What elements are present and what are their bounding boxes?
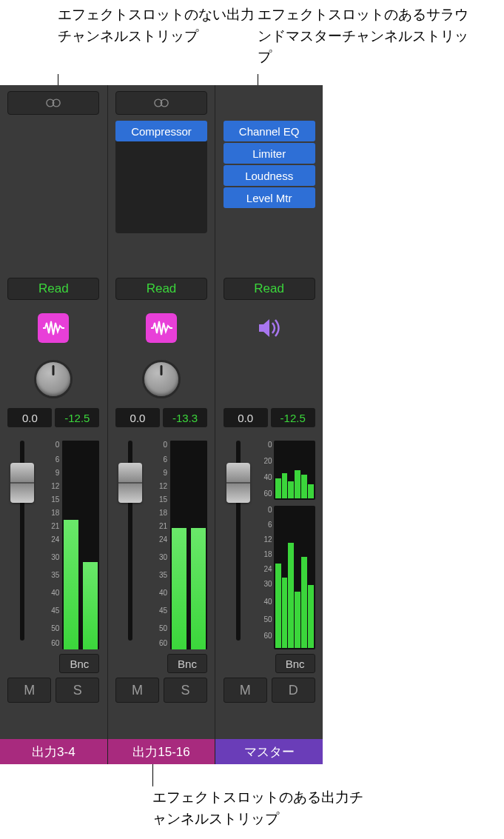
fader-track[interactable] [7,441,37,649]
effects-slots[interactable]: Compressor [115,121,207,233]
channel-setting-button[interactable] [115,91,207,115]
fader-cap[interactable] [118,463,142,503]
peak-value[interactable]: -12.5 [55,408,99,427]
fader-meter-section: 0 6 9 12 15 18 21 24 30 35 40 45 50 60 [115,441,207,649]
automation-mode-button[interactable]: Read [224,278,315,300]
surround-meter-upper: 0 20 40 60 [274,441,315,500]
volume-value[interactable]: 0.0 [7,408,52,427]
volume-value[interactable]: 0.0 [115,408,160,427]
level-meter [170,441,207,649]
level-meter [62,441,99,649]
fader-meter-section: 0 20 40 60 0 [224,441,315,649]
bounce-button[interactable]: Bnc [275,654,315,673]
channel-type-icon[interactable] [146,313,177,343]
bounce-button[interactable]: Bnc [167,654,207,673]
fader-cap[interactable] [10,463,34,503]
effects-slots[interactable] [7,121,99,233]
fader-track[interactable] [224,441,253,649]
stereo-icon [43,97,64,109]
effect-channel-eq[interactable]: Channel EQ [224,121,315,141]
mixer-panel: Read 0.0 -12.5 0 6 9 12 15 18 21 [0,85,323,764]
caption-top-right: エフェクトスロットのあるサラウンドマスターチャンネルストリップ [258,4,480,68]
peak-value[interactable]: -13.3 [163,408,207,427]
pan-knob[interactable] [34,360,73,398]
surround-meter-lower: 0 6 12 18 24 30 40 50 60 [274,506,315,649]
channel-master: Channel EQ Limiter Loudness Level Mtr Re… [215,85,323,764]
speaker-icon [255,313,284,343]
db-scale: 0 6 9 12 15 18 21 24 30 35 40 45 50 60 [145,441,169,649]
channel-name[interactable]: 出力3-4 [0,739,107,764]
db-scale: 0 6 9 12 15 18 21 24 30 35 40 45 50 60 [37,441,61,649]
fader-track[interactable] [115,441,145,649]
volume-value[interactable]: 0.0 [224,408,268,427]
automation-mode-button[interactable]: Read [115,278,207,300]
caption-line [152,764,153,786]
effects-slots[interactable]: Channel EQ Limiter Loudness Level Mtr [224,121,315,233]
bounce-button[interactable]: Bnc [59,654,99,673]
automation-mode-button[interactable]: Read [7,278,99,300]
effect-compressor[interactable]: Compressor [115,121,207,141]
peak-value[interactable]: -12.5 [271,408,315,427]
waveform-icon [150,320,172,336]
fader-meter-section: 0 6 9 12 15 18 21 24 30 35 40 45 50 60 [7,441,99,649]
channel-setting-button[interactable] [7,91,99,115]
mute-button[interactable]: M [224,678,267,703]
effect-loudness[interactable]: Loudness [224,165,315,186]
fader-cap[interactable] [226,463,250,503]
channel-output-3-4: Read 0.0 -12.5 0 6 9 12 15 18 21 [0,85,108,764]
mute-button[interactable]: M [115,678,159,703]
caption-top-left: エフェクトスロットのない出力チャンネルストリップ [58,4,258,47]
channel-name[interactable]: マスター [215,739,323,764]
pan-knob[interactable] [142,360,181,398]
dim-button[interactable]: D [272,678,315,703]
solo-button[interactable]: S [164,678,207,703]
waveform-icon [42,320,64,336]
solo-button[interactable]: S [56,678,99,703]
caption-bottom: エフェクトスロットのある出力チャンネルストリップ [152,787,374,829]
stereo-icon [151,97,172,109]
effect-limiter[interactable]: Limiter [224,143,315,164]
mute-button[interactable]: M [7,678,51,703]
channel-type-icon[interactable] [254,313,285,343]
channel-type-icon[interactable] [38,313,69,343]
effect-level-mtr[interactable]: Level Mtr [224,187,315,208]
channel-name[interactable]: 出力15-16 [108,739,215,764]
channel-output-15-16: Compressor Read 0.0 -13.3 0 6 9 12 15 [108,85,216,764]
